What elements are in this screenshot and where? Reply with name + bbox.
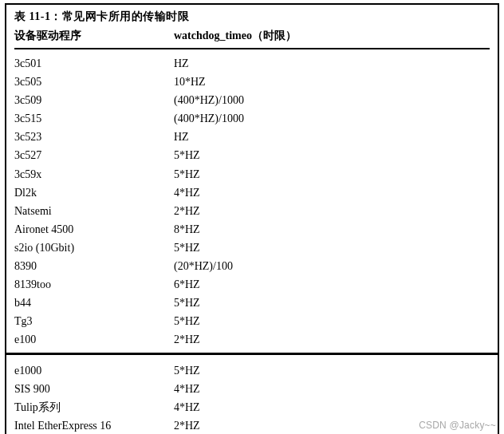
cell-timeo: 2*HZ [174, 202, 490, 220]
cell-timeo: 4*HZ [174, 183, 490, 202]
cell-timeo: 2*HZ [174, 330, 490, 349]
cell-timeo: 5*HZ [174, 146, 490, 164]
cell-driver: e1000 [14, 361, 174, 380]
cell-driver: Aironet 4500 [14, 220, 174, 239]
header-timeo: watchdog_timeo（时限） [174, 29, 490, 43]
cell-driver: Tulip系列 [14, 398, 174, 416]
cell-timeo: 8*HZ [174, 220, 490, 239]
cell-driver: 3c501 [14, 54, 174, 73]
watermark-text: CSDN @Jacky~~ [419, 420, 496, 431]
cell-timeo: 4*HZ [174, 398, 490, 416]
table-row: e1002*HZ [14, 330, 490, 349]
table-row: 8390(20*HZ)/100 [14, 257, 490, 275]
cell-timeo: (400*HZ)/1000 [174, 91, 490, 109]
table-row: Tg35*HZ [14, 312, 490, 330]
table-row: SIS 9004*HZ [14, 380, 490, 398]
cell-timeo: 5*HZ [174, 312, 490, 330]
cell-driver: 8390 [14, 257, 174, 275]
cell-timeo: (20*HZ)/100 [174, 257, 490, 275]
cell-driver: 3c59x [14, 165, 174, 183]
cell-timeo: (400*HZ)/1000 [174, 109, 490, 128]
cell-timeo: 5*HZ [174, 165, 490, 183]
table-row: 3c5275*HZ [14, 146, 490, 164]
cell-driver: Tg3 [14, 312, 174, 330]
table-row: Tulip系列4*HZ [14, 398, 490, 416]
cell-timeo: 4*HZ [174, 380, 490, 398]
table-row: 8139too6*HZ [14, 275, 490, 294]
cell-timeo: 5*HZ [174, 294, 490, 312]
table-row: Dl2k4*HZ [14, 183, 490, 202]
cell-driver: Intel EtherExpress 16 [14, 416, 174, 434]
table-row: 3c59x5*HZ [14, 165, 490, 183]
cell-driver: Natsemi [14, 202, 174, 220]
cell-driver: 3c523 [14, 128, 174, 146]
cell-driver: 3c515 [14, 109, 174, 128]
table-header-row: 设备驱动程序 watchdog_timeo（时限） [14, 29, 490, 49]
table-row: 3c501HZ [14, 54, 490, 73]
cell-driver: 3c527 [14, 146, 174, 164]
cell-driver: b44 [14, 294, 174, 312]
table-row: b445*HZ [14, 294, 490, 312]
cell-driver: 3c509 [14, 91, 174, 109]
table-row: 3c523HZ [14, 128, 490, 146]
table-row: Aironet 45008*HZ [14, 220, 490, 239]
cell-timeo: HZ [174, 128, 490, 146]
cell-timeo: 10*HZ [174, 73, 490, 91]
cell-driver: s2io (10Gbit) [14, 239, 174, 257]
header-driver: 设备驱动程序 [14, 29, 174, 43]
cell-driver: 8139too [14, 275, 174, 294]
cell-timeo: 6*HZ [174, 275, 490, 294]
cell-driver: SIS 900 [14, 380, 174, 398]
table-row: 3c509(400*HZ)/1000 [14, 91, 490, 109]
cell-driver: Dl2k [14, 183, 174, 202]
table-row: e10005*HZ [14, 361, 490, 380]
cell-timeo: 5*HZ [174, 239, 490, 257]
cell-driver: e100 [14, 330, 174, 349]
table-body-top: 3c501HZ 3c50510*HZ 3c509(400*HZ)/1000 3c… [14, 54, 490, 349]
table-row: 3c515(400*HZ)/1000 [14, 109, 490, 128]
table-row: Natsemi2*HZ [14, 202, 490, 220]
table-row: 3c50510*HZ [14, 73, 490, 91]
table-row: s2io (10Gbit)5*HZ [14, 239, 490, 257]
table-caption: 表 11-1：常见网卡所用的传输时限 [14, 10, 490, 24]
cell-timeo: 5*HZ [174, 361, 490, 380]
table-figure: 表 11-1：常见网卡所用的传输时限 设备驱动程序 watchdog_timeo… [5, 3, 499, 434]
table-upper-panel: 表 11-1：常见网卡所用的传输时限 设备驱动程序 watchdog_timeo… [5, 3, 499, 353]
cell-timeo: HZ [174, 54, 490, 73]
cell-driver: 3c505 [14, 73, 174, 91]
